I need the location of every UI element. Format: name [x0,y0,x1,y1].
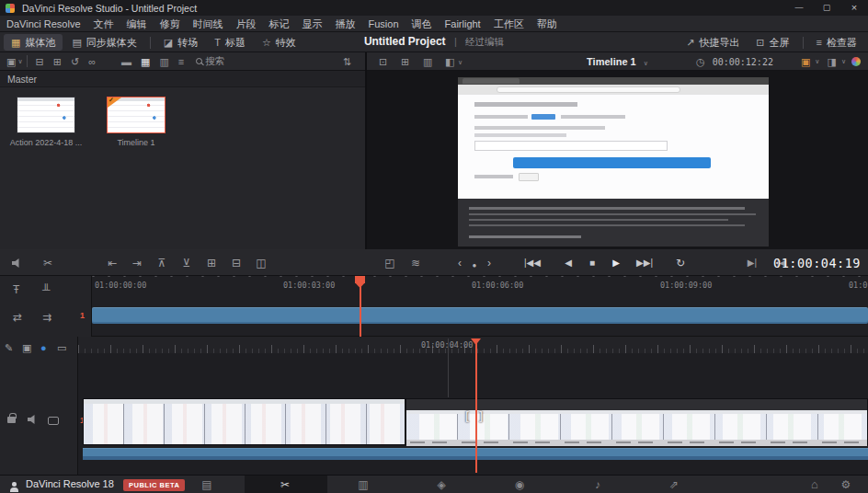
edit-tool-overwrite-icon[interactable]: ◫ [250,257,272,269]
menu-workspace[interactable]: 工作区 [487,16,531,32]
quick-export-label: 快捷导出 [699,36,739,50]
play-button[interactable]: ▶ [605,257,627,269]
thumbnail-view-icon[interactable]: ▦ [136,52,154,71]
audio-trim-icon[interactable] [6,258,28,270]
color-management-icon[interactable] [851,57,861,66]
filmstrip-view-icon[interactable]: ▬ [117,52,136,71]
menu-edit[interactable]: 编辑 [120,16,154,32]
fullscreen-button[interactable]: ⊡ 全屏 [748,34,796,51]
bin-name[interactable]: Master [0,71,365,87]
tool-move-icon[interactable]: ⇉ [42,311,51,324]
page-deliver-button[interactable]: ⇗ [665,478,683,491]
bin-back-icon[interactable]: ⊟ [31,52,49,71]
menu-trim[interactable]: 修剪 [154,16,187,32]
playhead-timecode[interactable]: 01:00:04:19 [773,256,861,270]
main-toolbar: ▦ 媒体池 ▤ 同步媒体夹 ◪ 转场 T 标题 ☆ 特效 Untitled Pr… [0,32,868,52]
overview-track-bar[interactable] [92,307,868,324]
go-to-start-button[interactable]: |◀◀ [517,257,548,269]
monitor-icon[interactable]: ▭ [57,342,66,354]
close-button[interactable]: × [840,0,868,16]
marker-icon[interactable]: ▣ [22,342,31,354]
ruler-label: 01:00: [849,281,868,290]
jog-right-icon[interactable]: › [478,257,500,269]
lock-track-icon[interactable] [7,414,16,425]
search-label[interactable]: 搜索 [205,55,224,68]
page-color-button[interactable]: ◉ [510,478,529,491]
next-edit-icon[interactable]: ▶| [741,257,763,269]
menu-fusion[interactable]: Fusion [362,16,405,32]
video-clip-segment-1[interactable] [83,398,405,445]
edit-tool-close-up-icon[interactable]: ⊻ [176,257,198,269]
quick-export-button[interactable]: ↗ 快捷导出 [679,34,747,51]
edit-tool-source-overwrite-icon[interactable]: ⊟ [225,257,247,269]
inspector-icon: ≡ [817,37,822,48]
edit-tool-append-icon[interactable]: ⇥ [126,257,148,269]
tool-overlay-icon[interactable]: ╨ [42,283,51,296]
user-icon[interactable] [9,482,18,492]
edit-tool-place-on-top-icon[interactable]: ⊞ [200,257,223,269]
link-icon[interactable]: ∞ [84,52,100,71]
audio-enable-icon[interactable] [28,415,37,426]
menu-mark[interactable]: 标记 [263,16,296,32]
refresh-icon[interactable]: ↺ [66,52,84,71]
minimize-button[interactable]: — [785,0,813,16]
quick-export-icon: ↗ [686,37,694,49]
page-edit-button[interactable]: ▥ [354,478,372,491]
tools-menu-icon[interactable]: ≋ [405,257,427,269]
inspector-button[interactable]: ≡ 检查器 [809,34,864,51]
maximize-button[interactable]: ▢ [813,0,840,16]
settings-button[interactable]: ⚙ [837,478,855,491]
overview-ruler[interactable]: 01:00:00:00 01:00:03:00 01:00:06:00 01:0… [92,276,868,294]
menu-help[interactable]: 帮助 [531,16,564,32]
sync-indicator-icon[interactable]: ● [40,342,47,353]
viewer-toolbar: ⊡ ⊞ ▥ ◧ ∨ Timeline 1 ∨ ◷ 00:00:12:22 ▣ ∨… [367,52,868,71]
list-view-icon[interactable]: ≡ [174,52,188,71]
fullscreen-icon: ⊡ [756,37,764,49]
clip-label: Timeline 1 [95,138,177,147]
camera-icon[interactable]: ▣ [799,52,812,71]
menu-playback[interactable]: 播放 [329,16,362,32]
page-fairlight-button[interactable]: ♪ [588,478,607,491]
page-cut-button[interactable]: ✂ [276,478,294,491]
go-to-end-button[interactable]: ▶▶| [629,257,660,269]
chevron-down-icon[interactable]: ∨ [841,58,846,65]
preview-browser-tab [463,78,520,84]
clip-thumbnail-action[interactable] [17,97,75,133]
menu-color[interactable]: 调色 [405,16,439,32]
metadata-view-icon[interactable]: ▥ [154,52,173,71]
viewer-toolbar-right: ◷ 00:00:12:22 ▣ ∨ ◨ ∨ [694,52,861,71]
preview-mini-button [519,173,539,181]
tool-titles-icon[interactable]: Ŧ [13,283,19,296]
trim-tool-icon[interactable]: ◨ [825,52,838,71]
edit-tool-smart-insert-icon[interactable]: ⇤ [101,257,123,269]
menu-davinci-resolve[interactable]: DaVinci Resolve [0,16,87,32]
play-reverse-button[interactable]: ◀ [557,257,579,269]
timeline-playhead[interactable] [475,338,477,473]
menu-clip[interactable]: 片段 [230,16,263,32]
stop-button[interactable]: ■ [581,257,603,269]
sort-icon[interactable]: ⇅ [338,52,356,71]
pen-icon[interactable]: ✎ [5,342,13,354]
tool-swap-icon[interactable]: ⇄ [13,311,22,324]
chevron-down-icon[interactable]: ∨ [815,58,819,65]
menu-view[interactable]: 显示 [296,16,329,32]
video-enable-icon[interactable] [48,416,59,427]
page-fusion-button[interactable]: ◈ [432,478,451,491]
clip-thumbnail-timeline[interactable]: ✓ [107,97,166,133]
menu-fairlight[interactable]: Fairlight [439,16,487,32]
home-button[interactable]: ⌂ [805,478,824,491]
chevron-down-icon: ∨ [644,60,648,66]
edit-tool-ripple-overwrite-icon[interactable]: ⊼ [151,257,173,269]
bin-forward-icon[interactable]: ⊞ [49,52,66,71]
video-preview[interactable] [458,77,769,246]
page-media-button[interactable]: ▤ [198,478,216,491]
razor-icon[interactable]: ✂ [37,257,59,269]
trim-bracket-left[interactable]: [ [465,409,469,422]
transition-tool-icon[interactable]: ◰ [379,257,401,269]
preview-heading-line [474,102,577,107]
trim-bracket-right[interactable]: ] [479,409,483,422]
menu-file[interactable]: 文件 [87,16,120,32]
menu-timeline[interactable]: 时间线 [187,16,230,32]
search-icon[interactable] [196,58,202,64]
loop-button[interactable]: ↻ [669,257,691,269]
